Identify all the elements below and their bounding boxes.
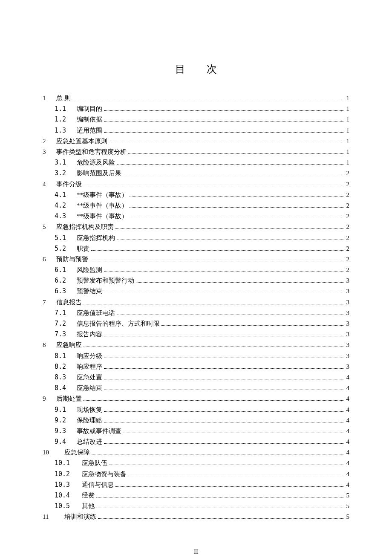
toc-page-number: 2 — [345, 233, 349, 243]
toc-page-number: 4 — [345, 405, 349, 415]
toc-section-number: 1 — [43, 93, 55, 104]
toc-row: 1.1编制目的1 — [43, 104, 349, 114]
toc-subsection-label: 适用范围 — [73, 125, 102, 136]
toc-page-number: 4 — [345, 469, 349, 480]
toc-subsection-label: 响应程序 — [73, 361, 102, 372]
toc-leader-dots — [84, 395, 343, 401]
toc-row: 9.4总结改进4 — [43, 436, 349, 447]
toc-subsection-label: 预警发布和预警行动 — [73, 275, 134, 286]
toc-subsection-number: 9.4 — [43, 436, 73, 447]
toc-page-number: 4 — [345, 383, 349, 393]
toc-page-number: 1 — [345, 93, 349, 104]
toc-row: 10.2应急物资与装备4 — [43, 469, 349, 480]
toc-subsection-label: 编制依据 — [73, 114, 102, 125]
toc-subsection-number: 5.2 — [43, 243, 73, 254]
toc-leader-dots — [104, 116, 343, 122]
toc-row: 7.2信息报告的程序、方式和时限3 — [43, 318, 349, 329]
toc-leader-dots — [104, 438, 343, 444]
toc-subsection-number: 3.2 — [43, 168, 73, 179]
toc-row: 3.1危险源及风险1 — [43, 157, 349, 168]
toc-page-number: 2 — [345, 254, 349, 265]
toc-subsection-number: 3.1 — [43, 157, 73, 168]
toc-subsection-label: 应急处置 — [73, 372, 102, 383]
toc-section-label: 信息报告 — [55, 297, 82, 308]
toc-page-number: 2 — [345, 222, 349, 232]
toc-row: 6.3预警结束3 — [43, 286, 349, 297]
toc-subsection-label: 现场恢复 — [73, 405, 102, 415]
toc-page-number: 3 — [345, 275, 349, 286]
toc-page-number: 3 — [345, 318, 349, 329]
toc-page-number: 2 — [345, 168, 349, 179]
toc-page-number: 4 — [345, 426, 349, 436]
toc-subsection-number: 5.1 — [43, 233, 73, 243]
toc-section-label: 培训和演练 — [57, 512, 96, 522]
toc-row: 2应急处置基本原则1 — [43, 136, 349, 147]
toc-section-label: 总 则 — [55, 93, 71, 104]
toc-subsection-number: 8.2 — [43, 361, 73, 372]
toc-page-number: 2 — [345, 179, 349, 190]
toc-section-label: 预防与预警 — [55, 254, 88, 265]
toc-subsection-number: 10.5 — [43, 501, 77, 512]
toc-subsection-label: 通信与信息 — [77, 480, 114, 490]
toc-subsection-number: 10.1 — [43, 458, 77, 468]
toc-page-number: 2 — [345, 211, 349, 222]
toc-page-number: 4 — [345, 372, 349, 383]
toc-subsection-label: 编制目的 — [73, 104, 102, 114]
toc-leader-dots — [161, 320, 343, 326]
toc-row: 11培训和演练5 — [43, 512, 349, 522]
toc-row: 7.3报告内容3 — [43, 329, 349, 340]
toc-leader-dots — [104, 266, 343, 272]
toc-leader-dots — [115, 480, 343, 487]
toc-section-number: 7 — [43, 297, 55, 308]
toc-page-number: 2 — [345, 265, 349, 275]
toc-subsection-number: 10.3 — [43, 480, 77, 490]
toc-subsection-number: 4.2 — [43, 200, 73, 211]
toc-row: 10.1应急队伍4 — [43, 458, 349, 468]
toc-subsection-label: 预警结束 — [73, 286, 102, 297]
toc-subsection-label: 经费 — [77, 490, 95, 501]
toc-page-number: 3 — [345, 286, 349, 297]
toc-section-label: 事件分级 — [55, 179, 82, 190]
toc-leader-dots — [104, 384, 343, 390]
toc-page-number: 4 — [345, 393, 349, 404]
toc-subsection-label: **级事件（事故） — [73, 200, 128, 211]
toc-row: 8.1响应分级3 — [43, 351, 349, 361]
toc-row: 7.1应急值班电话3 — [43, 308, 349, 318]
toc-section-label: 应急保障 — [57, 447, 90, 458]
toc-page-number: 5 — [345, 501, 349, 512]
toc-subsection-label: 应急物资与装备 — [77, 469, 127, 480]
toc-subsection-label: 影响范围及后果 — [73, 168, 121, 179]
toc-leader-dots — [104, 416, 343, 422]
toc-page-number: 1 — [345, 114, 349, 125]
toc-page-number: 4 — [345, 458, 349, 468]
toc-subsection-label: 应急队伍 — [77, 458, 107, 468]
toc-section-number: 11 — [43, 512, 57, 522]
toc-page-number: 4 — [345, 415, 349, 426]
toc-subsection-number: 7.1 — [43, 308, 73, 318]
toc-page-number: 2 — [345, 243, 349, 254]
toc-leader-dots — [117, 309, 343, 315]
toc-page-number: 4 — [345, 436, 349, 447]
toc-page-number: 4 — [345, 447, 349, 458]
toc-page-number: 1 — [345, 125, 349, 136]
toc-row: 8.3应急处置4 — [43, 372, 349, 383]
toc-page-number: 2 — [345, 190, 349, 200]
toc-leader-dots — [117, 234, 343, 240]
toc-page-number: 5 — [345, 490, 349, 501]
toc-subsection-number: 4.3 — [43, 211, 73, 222]
toc-subsection-label: 应急结束 — [73, 383, 102, 393]
toc-leader-dots — [90, 255, 343, 261]
toc-row: 5.2职责2 — [43, 243, 349, 254]
toc-subsection-number: 8.3 — [43, 372, 73, 383]
toc-row: 10应急保障4 — [43, 447, 349, 458]
toc-container: 1总 则11.1编制目的11.2编制依据11.3适用范围12应急处置基本原则13… — [43, 93, 349, 523]
toc-subsection-label: 其他 — [77, 501, 95, 512]
toc-row: 6.1风险监测2 — [43, 265, 349, 275]
toc-leader-dots — [104, 105, 343, 111]
toc-row: 6.2预警发布和预警行动3 — [43, 275, 349, 286]
toc-leader-dots — [136, 277, 343, 283]
toc-subsection-number: 4.1 — [43, 190, 73, 200]
toc-row: 7信息报告3 — [43, 297, 349, 308]
toc-leader-dots — [104, 362, 343, 369]
toc-section-label: 应急响应 — [55, 340, 82, 350]
